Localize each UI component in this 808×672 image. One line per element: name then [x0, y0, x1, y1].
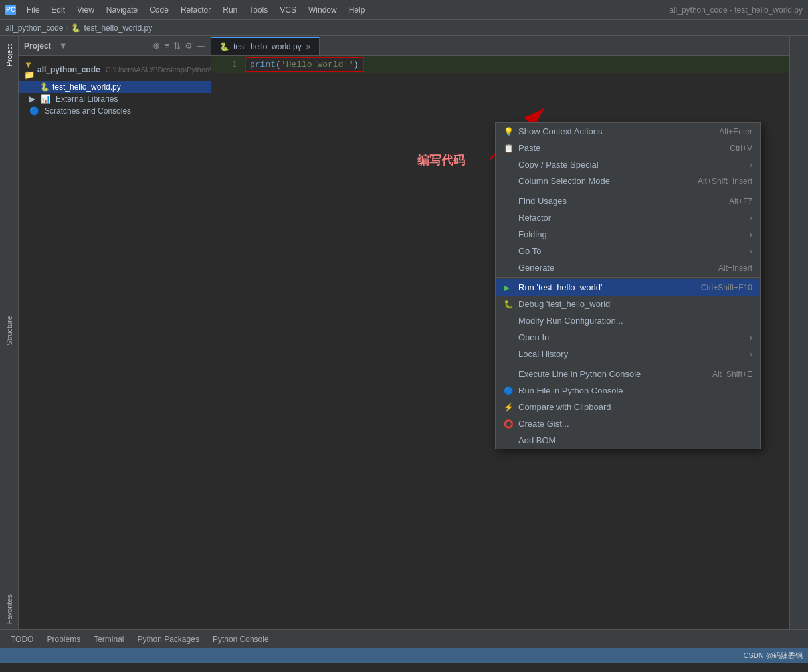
- tree-file-test-hello-world[interactable]: 🐍 test_hello_world.py: [19, 81, 211, 93]
- left-sidebar-strip: Project Structure Favorites: [0, 36, 19, 629]
- menu-bar[interactable]: FileEditViewNavigateCodeRefactorRunTools…: [21, 4, 370, 16]
- editor-tab-test-hello-world[interactable]: 🐍 test_hello_world.py ✕: [211, 37, 320, 55]
- ctx-item-create-gist[interactable]: ⭕Create Gist...: [496, 415, 760, 432]
- bottom-tab-python-console[interactable]: Python Console: [207, 633, 274, 646]
- code-line-1: 1 print('Hello World!'): [211, 56, 789, 73]
- ctx-label-modify-run: Modify Run Configuration...: [518, 316, 623, 326]
- tree-root-folder[interactable]: ▼ 📁 all_python_code C:\Users\ASUS\Deskto…: [19, 58, 211, 81]
- ctx-label-generate: Generate: [518, 263, 554, 273]
- ctx-arrow-local-history: ›: [750, 349, 752, 359]
- ctx-item-add-bom[interactable]: Add BOM: [496, 432, 760, 449]
- context-menu: 💡Show Context ActionsAlt+Enter📋PasteCtrl…: [495, 122, 761, 449]
- settings-icon[interactable]: ⚙: [185, 41, 193, 51]
- right-strip: [789, 36, 808, 629]
- ctx-item-modify-run[interactable]: Modify Run Configuration...: [496, 312, 760, 329]
- breadcrumb-part1[interactable]: all_python_code: [5, 23, 63, 33]
- ctx-icon-run-file-console: 🔵: [504, 386, 514, 395]
- ctx-shortcut-run: Ctrl+Shift+F10: [701, 283, 752, 292]
- bottom-tab-python-packages[interactable]: Python Packages: [132, 633, 205, 646]
- project-panel: Project ▼ ⊕ ≡ ⇅ ⚙ — ▼ 📁 all_python_code …: [19, 36, 211, 629]
- ctx-item-run-file-console[interactable]: 🔵Run File in Python Console: [496, 382, 760, 399]
- ctx-item-paste[interactable]: 📋PasteCtrl+V: [496, 140, 760, 156]
- title-bar: PC FileEditViewNavigateCodeRefactorRunTo…: [0, 0, 808, 20]
- ctx-item-show-context-actions[interactable]: 💡Show Context ActionsAlt+Enter: [496, 123, 760, 140]
- ctx-label-run-file-console: Run File in Python Console: [518, 386, 623, 395]
- ctx-item-copy-paste-special[interactable]: Copy / Paste Special›: [496, 156, 760, 173]
- sidebar-item-favorites[interactable]: Favorites: [4, 589, 15, 629]
- menu-item-edit[interactable]: Edit: [46, 4, 70, 16]
- ctx-icon-debug: 🐛: [504, 300, 514, 309]
- tree-scratches-consoles[interactable]: 🔵 Scratches and Consoles: [19, 105, 211, 117]
- menu-item-vcs[interactable]: VCS: [274, 4, 302, 16]
- status-right-text: CSDN @码辣香锅: [744, 651, 803, 661]
- ctx-item-local-history[interactable]: Local History›: [496, 346, 760, 362]
- ctx-label-refactor: Refactor: [518, 213, 551, 223]
- app-logo: PC: [5, 5, 16, 15]
- project-tree: ▼ 📁 all_python_code C:\Users\ASUS\Deskto…: [19, 56, 211, 629]
- tree-external-libraries[interactable]: ▶ 📊 External Libraries: [19, 93, 211, 105]
- menu-item-view[interactable]: View: [72, 4, 100, 16]
- ctx-label-column-selection: Column Selection Mode: [518, 176, 610, 186]
- ctx-icon-compare-clipboard: ⚡: [504, 403, 514, 412]
- ctx-item-folding[interactable]: Folding›: [496, 226, 760, 243]
- project-toolbar-icons: ⊕ ≡ ⇅ ⚙ —: [153, 41, 205, 51]
- ctx-label-paste: Paste: [518, 143, 540, 153]
- ctx-item-find-usages[interactable]: Find UsagesAlt+F7: [496, 193, 760, 209]
- menu-item-file[interactable]: File: [21, 4, 45, 16]
- menu-item-run[interactable]: Run: [217, 4, 243, 16]
- status-bar: CSDN @码辣香锅: [0, 648, 808, 663]
- ctx-shortcut-execute-line: Alt+Shift+E: [712, 370, 752, 379]
- ctx-shortcut-find-usages: Alt+F7: [729, 197, 752, 206]
- ctx-label-execute-line: Execute Line in Python Console: [518, 369, 641, 379]
- menu-item-navigate[interactable]: Navigate: [101, 4, 143, 16]
- ctx-item-execute-line[interactable]: Execute Line in Python ConsoleAlt+Shift+…: [496, 366, 760, 382]
- tab-label: test_hello_world.py: [233, 42, 302, 51]
- ctx-arrow-go-to: ›: [750, 246, 752, 256]
- close-panel-icon[interactable]: —: [197, 41, 205, 51]
- menu-item-tools[interactable]: Tools: [244, 4, 273, 16]
- python-file-icon: 🐍: [40, 82, 50, 92]
- ctx-label-open-in: Open In: [518, 332, 549, 342]
- bottom-tab-terminal[interactable]: Terminal: [88, 633, 129, 646]
- project-toolbar: Project ▼ ⊕ ≡ ⇅ ⚙ —: [19, 36, 211, 56]
- collapse-icon: ▶: [29, 94, 35, 104]
- ctx-item-go-to[interactable]: Go To›: [496, 243, 760, 259]
- breadcrumb-part2[interactable]: 🐍: [71, 23, 81, 33]
- window-title: all_python_code - test_hello_world.py: [669, 5, 803, 15]
- ctx-item-compare-clipboard[interactable]: ⚡Compare with Clipboard: [496, 399, 760, 415]
- line-number-1: 1: [217, 60, 237, 69]
- scratch-icon: 🔵: [29, 106, 39, 116]
- ctx-item-refactor[interactable]: Refactor›: [496, 209, 760, 226]
- library-icon: 📊: [41, 94, 50, 104]
- bottom-tab-problems[interactable]: Problems: [41, 633, 86, 646]
- breadcrumb-filename[interactable]: test_hello_world.py: [84, 23, 152, 33]
- ctx-item-run[interactable]: ▶Run 'test_hello_world'Ctrl+Shift+F10: [496, 279, 760, 296]
- menu-item-code[interactable]: Code: [144, 4, 174, 16]
- collapse-all-icon[interactable]: ≡: [164, 41, 169, 51]
- ctx-item-open-in[interactable]: Open In›: [496, 329, 760, 346]
- expand-icon[interactable]: ⇅: [173, 41, 181, 51]
- ctx-label-create-gist: Create Gist...: [518, 419, 569, 429]
- ctx-icon-show-context-actions: 💡: [504, 127, 514, 136]
- annotation-write-code: 编写代码: [417, 152, 465, 168]
- ctx-item-debug[interactable]: 🐛Debug 'test_hello_world': [496, 296, 760, 312]
- ctx-shortcut-paste: Ctrl+V: [730, 144, 752, 153]
- editor-tabs: 🐍 test_hello_world.py ✕: [211, 36, 789, 56]
- bottom-tab-todo[interactable]: TODO: [5, 633, 39, 646]
- menu-item-help[interactable]: Help: [344, 4, 371, 16]
- ctx-item-generate[interactable]: GenerateAlt+Insert: [496, 259, 760, 276]
- main-layout: Project Structure Favorites Project ▼ ⊕ …: [0, 36, 808, 629]
- ctx-item-column-selection[interactable]: Column Selection ModeAlt+Shift+Insert: [496, 173, 760, 189]
- sidebar-item-project[interactable]: Project: [4, 39, 15, 72]
- sidebar-item-structure[interactable]: Structure: [4, 310, 15, 351]
- ctx-separator: [496, 277, 760, 278]
- menu-item-refactor[interactable]: Refactor: [175, 4, 216, 16]
- tab-close-button[interactable]: ✕: [306, 43, 311, 51]
- locate-icon[interactable]: ⊕: [153, 41, 160, 51]
- ctx-shortcut-column-selection: Alt+Shift+Insert: [698, 177, 752, 186]
- ctx-icon-create-gist: ⭕: [504, 419, 514, 429]
- menu-item-window[interactable]: Window: [303, 4, 342, 16]
- ctx-label-run: Run 'test_hello_world': [518, 282, 602, 292]
- project-title: Project: [24, 41, 51, 51]
- ctx-label-copy-paste-special: Copy / Paste Special: [518, 160, 599, 169]
